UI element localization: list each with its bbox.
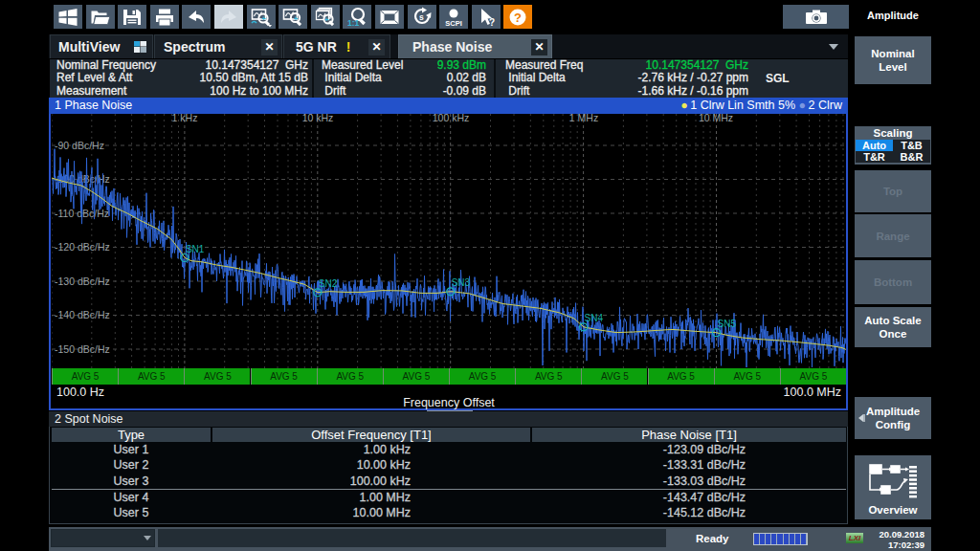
svg-text:10 MHz: 10 MHz bbox=[699, 114, 733, 123]
svg-text:SN1: SN1 bbox=[186, 244, 205, 254]
svg-text:-120 dBc/Hz: -120 dBc/Hz bbox=[55, 241, 110, 253]
svg-text:?: ? bbox=[514, 10, 522, 24]
svg-text:-90 dBc/Hz: -90 dBc/Hz bbox=[55, 140, 104, 151]
svg-text:10 kHz: 10 kHz bbox=[302, 114, 334, 123]
svg-text:+: + bbox=[294, 13, 299, 22]
svg-text:1 kHz: 1 kHz bbox=[172, 114, 198, 123]
svg-text:+: + bbox=[261, 14, 266, 23]
svg-text:SN2: SN2 bbox=[319, 278, 338, 289]
svg-text:1 MHz: 1 MHz bbox=[569, 114, 598, 123]
svg-text:+: + bbox=[324, 15, 329, 24]
svg-text:100 kHz: 100 kHz bbox=[433, 114, 470, 123]
svg-text:s: s bbox=[419, 11, 424, 21]
svg-text:SN4: SN4 bbox=[585, 313, 604, 323]
svg-text:SN5: SN5 bbox=[718, 319, 737, 329]
svg-text:SCPI: SCPI bbox=[445, 18, 462, 27]
svg-text:SN3: SN3 bbox=[452, 277, 471, 288]
svg-text:?: ? bbox=[489, 17, 495, 28]
svg-text:-130 dBc/Hz: -130 dBc/Hz bbox=[55, 276, 110, 287]
svg-text:1:1: 1:1 bbox=[347, 17, 360, 27]
svg-text:-150 dBc/Hz: -150 dBc/Hz bbox=[55, 343, 110, 355]
svg-text:-140 dBc/Hz: -140 dBc/Hz bbox=[55, 309, 110, 320]
